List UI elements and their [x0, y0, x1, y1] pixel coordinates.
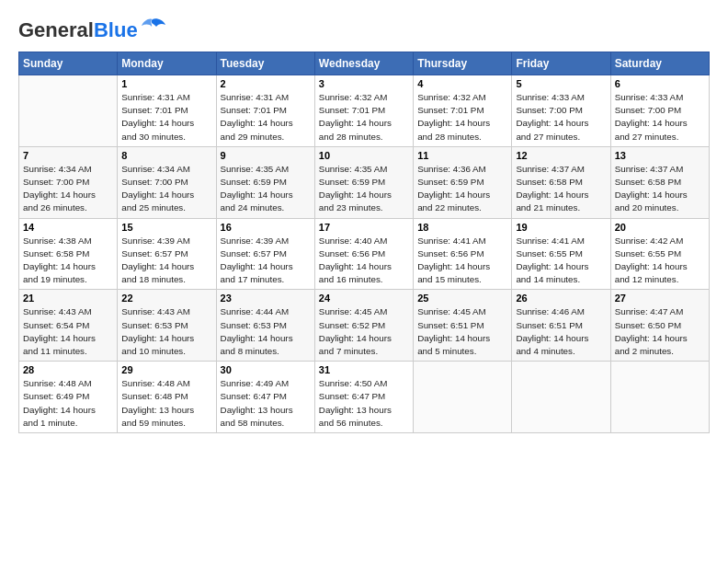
logo-blue: Blue: [94, 18, 138, 41]
calendar-table: SundayMondayTuesdayWednesdayThursdayFrid…: [18, 52, 710, 433]
calendar-cell: 9Sunrise: 4:35 AM Sunset: 6:59 PM Daylig…: [216, 146, 314, 218]
calendar-cell: 6Sunrise: 4:33 AM Sunset: 7:00 PM Daylig…: [610, 75, 709, 147]
day-info: Sunrise: 4:37 AM Sunset: 6:58 PM Dayligh…: [516, 163, 606, 215]
day-info: Sunrise: 4:35 AM Sunset: 6:59 PM Dayligh…: [221, 163, 311, 215]
col-header-saturday: Saturday: [610, 52, 709, 75]
calendar-cell: [512, 362, 610, 433]
calendar-cell: 31Sunrise: 4:50 AM Sunset: 6:47 PM Dayli…: [314, 362, 413, 433]
calendar-cell: 26Sunrise: 4:46 AM Sunset: 6:51 PM Dayli…: [512, 290, 610, 362]
col-header-tuesday: Tuesday: [216, 52, 314, 75]
day-number: 22: [121, 293, 211, 304]
calendar-cell: 8Sunrise: 4:34 AM Sunset: 7:00 PM Daylig…: [118, 146, 216, 218]
col-header-sunday: Sunday: [19, 52, 118, 75]
day-number: 18: [417, 222, 507, 233]
day-number: 2: [221, 78, 311, 89]
calendar-week-2: 7Sunrise: 4:34 AM Sunset: 7:00 PM Daylig…: [19, 146, 710, 218]
day-number: 17: [319, 222, 409, 233]
calendar-cell: 11Sunrise: 4:36 AM Sunset: 6:59 PM Dayli…: [414, 146, 512, 218]
calendar-cell: 22Sunrise: 4:43 AM Sunset: 6:53 PM Dayli…: [118, 290, 216, 362]
calendar-cell: 28Sunrise: 4:48 AM Sunset: 6:49 PM Dayli…: [19, 362, 118, 433]
calendar-cell: 17Sunrise: 4:40 AM Sunset: 6:56 PM Dayli…: [314, 218, 413, 290]
day-number: 31: [319, 364, 409, 375]
logo-bird-icon: [140, 17, 165, 36]
day-info: Sunrise: 4:47 AM Sunset: 6:50 PM Dayligh…: [615, 305, 705, 358]
day-number: 20: [615, 222, 705, 233]
calendar-cell: 24Sunrise: 4:45 AM Sunset: 6:52 PM Dayli…: [314, 290, 413, 362]
calendar-cell: 25Sunrise: 4:45 AM Sunset: 6:51 PM Dayli…: [414, 290, 512, 362]
day-info: Sunrise: 4:43 AM Sunset: 6:53 PM Dayligh…: [121, 305, 211, 358]
col-header-wednesday: Wednesday: [314, 52, 413, 75]
day-number: 30: [221, 364, 311, 375]
day-info: Sunrise: 4:37 AM Sunset: 6:58 PM Dayligh…: [615, 163, 705, 215]
calendar-cell: 12Sunrise: 4:37 AM Sunset: 6:58 PM Dayli…: [512, 146, 610, 218]
day-number: 7: [23, 150, 113, 161]
calendar-week-4: 21Sunrise: 4:43 AM Sunset: 6:54 PM Dayli…: [19, 290, 710, 362]
calendar-cell: 14Sunrise: 4:38 AM Sunset: 6:58 PM Dayli…: [19, 218, 118, 290]
day-info: Sunrise: 4:31 AM Sunset: 7:01 PM Dayligh…: [221, 91, 311, 144]
day-info: Sunrise: 4:38 AM Sunset: 6:58 PM Dayligh…: [23, 235, 113, 287]
day-info: Sunrise: 4:36 AM Sunset: 6:59 PM Dayligh…: [417, 163, 507, 215]
calendar-cell: 15Sunrise: 4:39 AM Sunset: 6:57 PM Dayli…: [118, 218, 216, 290]
day-number: 26: [516, 293, 606, 304]
day-info: Sunrise: 4:45 AM Sunset: 6:52 PM Dayligh…: [319, 305, 409, 358]
day-number: 8: [121, 150, 211, 161]
calendar-week-3: 14Sunrise: 4:38 AM Sunset: 6:58 PM Dayli…: [19, 218, 710, 290]
day-info: Sunrise: 4:31 AM Sunset: 7:01 PM Dayligh…: [121, 91, 211, 144]
day-info: Sunrise: 4:34 AM Sunset: 7:00 PM Dayligh…: [121, 163, 211, 215]
calendar-cell: 10Sunrise: 4:35 AM Sunset: 6:59 PM Dayli…: [314, 146, 413, 218]
day-info: Sunrise: 4:40 AM Sunset: 6:56 PM Dayligh…: [319, 235, 409, 287]
day-number: 13: [615, 150, 705, 161]
day-number: 11: [417, 150, 507, 161]
calendar-cell: 29Sunrise: 4:48 AM Sunset: 6:48 PM Dayli…: [118, 362, 216, 433]
day-info: Sunrise: 4:42 AM Sunset: 6:55 PM Dayligh…: [615, 235, 705, 287]
day-info: Sunrise: 4:43 AM Sunset: 6:54 PM Dayligh…: [23, 305, 113, 358]
day-number: 15: [121, 222, 211, 233]
day-info: Sunrise: 4:49 AM Sunset: 6:47 PM Dayligh…: [221, 377, 311, 430]
col-header-monday: Monday: [118, 52, 216, 75]
calendar-cell: 16Sunrise: 4:39 AM Sunset: 6:57 PM Dayli…: [216, 218, 314, 290]
calendar-cell: 23Sunrise: 4:44 AM Sunset: 6:53 PM Dayli…: [216, 290, 314, 362]
day-number: 4: [417, 78, 507, 89]
calendar-body: 1Sunrise: 4:31 AM Sunset: 7:01 PM Daylig…: [19, 75, 710, 433]
calendar-week-1: 1Sunrise: 4:31 AM Sunset: 7:01 PM Daylig…: [19, 75, 710, 147]
day-info: Sunrise: 4:41 AM Sunset: 6:55 PM Dayligh…: [516, 235, 606, 287]
day-info: Sunrise: 4:34 AM Sunset: 7:00 PM Dayligh…: [23, 163, 113, 215]
day-info: Sunrise: 4:35 AM Sunset: 6:59 PM Dayligh…: [319, 163, 409, 215]
calendar-cell: 20Sunrise: 4:42 AM Sunset: 6:55 PM Dayli…: [610, 218, 709, 290]
calendar-cell: 13Sunrise: 4:37 AM Sunset: 6:58 PM Dayli…: [610, 146, 709, 218]
day-number: 10: [319, 150, 409, 161]
day-info: Sunrise: 4:48 AM Sunset: 6:49 PM Dayligh…: [23, 377, 113, 430]
calendar-header: SundayMondayTuesdayWednesdayThursdayFrid…: [19, 52, 710, 75]
day-number: 27: [615, 293, 705, 304]
calendar-cell: [414, 362, 512, 433]
day-number: 28: [23, 364, 113, 375]
calendar-cell: 1Sunrise: 4:31 AM Sunset: 7:01 PM Daylig…: [118, 75, 216, 147]
calendar-cell: 19Sunrise: 4:41 AM Sunset: 6:55 PM Dayli…: [512, 218, 610, 290]
day-number: 29: [121, 364, 211, 375]
day-info: Sunrise: 4:46 AM Sunset: 6:51 PM Dayligh…: [516, 305, 606, 358]
page-header: GeneralBlue: [18, 18, 710, 42]
calendar-cell: 7Sunrise: 4:34 AM Sunset: 7:00 PM Daylig…: [19, 146, 118, 218]
day-number: 25: [417, 293, 507, 304]
calendar-cell: 30Sunrise: 4:49 AM Sunset: 6:47 PM Dayli…: [216, 362, 314, 433]
day-info: Sunrise: 4:41 AM Sunset: 6:56 PM Dayligh…: [417, 235, 507, 287]
header-row: SundayMondayTuesdayWednesdayThursdayFrid…: [19, 52, 710, 75]
calendar-cell: 4Sunrise: 4:32 AM Sunset: 7:01 PM Daylig…: [414, 75, 512, 147]
calendar-cell: 21Sunrise: 4:43 AM Sunset: 6:54 PM Dayli…: [19, 290, 118, 362]
day-number: 9: [221, 150, 311, 161]
day-number: 6: [615, 78, 705, 89]
day-info: Sunrise: 4:45 AM Sunset: 6:51 PM Dayligh…: [417, 305, 507, 358]
day-info: Sunrise: 4:50 AM Sunset: 6:47 PM Dayligh…: [319, 377, 409, 430]
day-number: 24: [319, 293, 409, 304]
day-number: 12: [516, 150, 606, 161]
day-number: 3: [319, 78, 409, 89]
day-info: Sunrise: 4:48 AM Sunset: 6:48 PM Dayligh…: [121, 377, 211, 430]
day-info: Sunrise: 4:33 AM Sunset: 7:00 PM Dayligh…: [516, 91, 606, 144]
col-header-thursday: Thursday: [414, 52, 512, 75]
day-info: Sunrise: 4:32 AM Sunset: 7:01 PM Dayligh…: [319, 91, 409, 144]
day-number: 5: [516, 78, 606, 89]
calendar-cell: [610, 362, 709, 433]
calendar-cell: 2Sunrise: 4:31 AM Sunset: 7:01 PM Daylig…: [216, 75, 314, 147]
logo-text: GeneralBlue: [18, 18, 138, 42]
day-info: Sunrise: 4:39 AM Sunset: 6:57 PM Dayligh…: [121, 235, 211, 287]
